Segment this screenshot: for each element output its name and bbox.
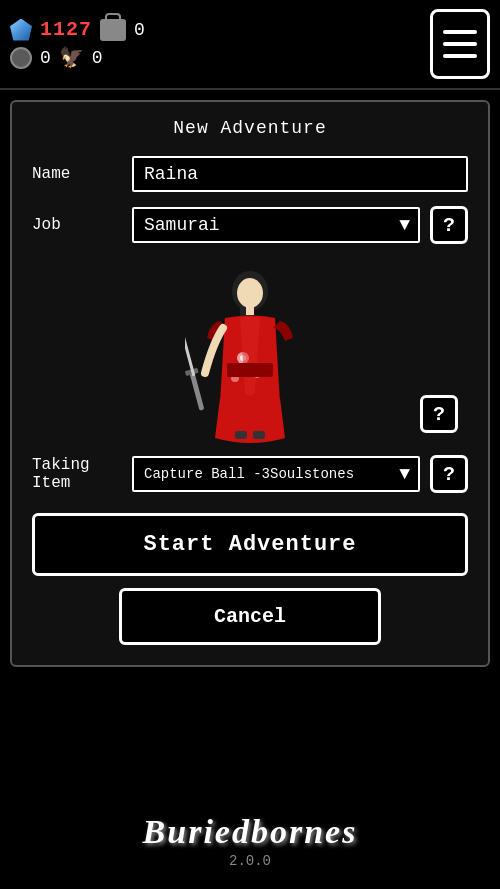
character-help-button[interactable]: ? [420, 395, 458, 433]
stat3-value: 0 [92, 48, 103, 68]
character-display: ? [32, 258, 468, 443]
dialog-title: New Adventure [32, 118, 468, 138]
start-adventure-button[interactable]: Start Adventure [32, 513, 468, 576]
item-help-button[interactable]: ? [430, 455, 468, 493]
item-help-icon: ? [443, 463, 455, 486]
menu-line-1 [443, 30, 477, 34]
new-adventure-dialog: New Adventure Name Job Samurai Warrior M… [10, 100, 490, 667]
coin-icon [10, 47, 32, 69]
menu-line-2 [443, 42, 477, 46]
svg-rect-14 [253, 431, 265, 439]
svg-point-3 [237, 278, 263, 308]
svg-rect-13 [235, 431, 247, 439]
job-help-button[interactable]: ? [430, 206, 468, 244]
stat2-value: 0 [40, 48, 51, 68]
gem-icon [10, 19, 32, 41]
job-select-wrapper: Samurai Warrior Mage Archer ▼ [132, 207, 420, 243]
hud-left: 1127 0 0 🦅 0 [10, 18, 420, 70]
job-select[interactable]: Samurai Warrior Mage Archer [132, 207, 420, 243]
character-image [185, 263, 315, 443]
item-select[interactable]: Capture Ball -3Soulstones None [132, 456, 420, 492]
bag-icon [100, 19, 126, 41]
bird-icon: 🦅 [59, 45, 84, 70]
taking-item-row: Taking Item Capture Ball -3Soulstones No… [32, 455, 468, 493]
menu-line-3 [443, 54, 477, 58]
name-label: Name [32, 165, 122, 183]
job-row: Job Samurai Warrior Mage Archer ▼ ? [32, 206, 468, 244]
svg-rect-4 [246, 305, 254, 315]
brand-version: 2.0.0 [0, 853, 500, 869]
hud-bar: 1127 0 0 🦅 0 [0, 0, 500, 90]
character-help-icon: ? [433, 403, 445, 426]
hud-row-top: 1127 0 [10, 18, 420, 41]
svg-rect-9 [227, 363, 273, 377]
stat1-value: 0 [134, 20, 145, 40]
svg-rect-10 [189, 371, 204, 411]
brand-title: Buriedbornes [0, 813, 500, 851]
name-row: Name [32, 156, 468, 192]
taking-item-label: Taking Item [32, 456, 122, 492]
job-label: Job [32, 216, 122, 234]
hud-row-bottom: 0 🦅 0 [10, 45, 420, 70]
cancel-button[interactable]: Cancel [119, 588, 381, 645]
menu-button[interactable] [430, 9, 490, 79]
name-input[interactable] [132, 156, 468, 192]
job-help-icon: ? [443, 214, 455, 237]
bottom-brand: Buriedbornes 2.0.0 [0, 813, 500, 869]
currency-value: 1127 [40, 18, 92, 41]
item-select-wrapper: Capture Ball -3Soulstones None ▼ [132, 456, 420, 492]
